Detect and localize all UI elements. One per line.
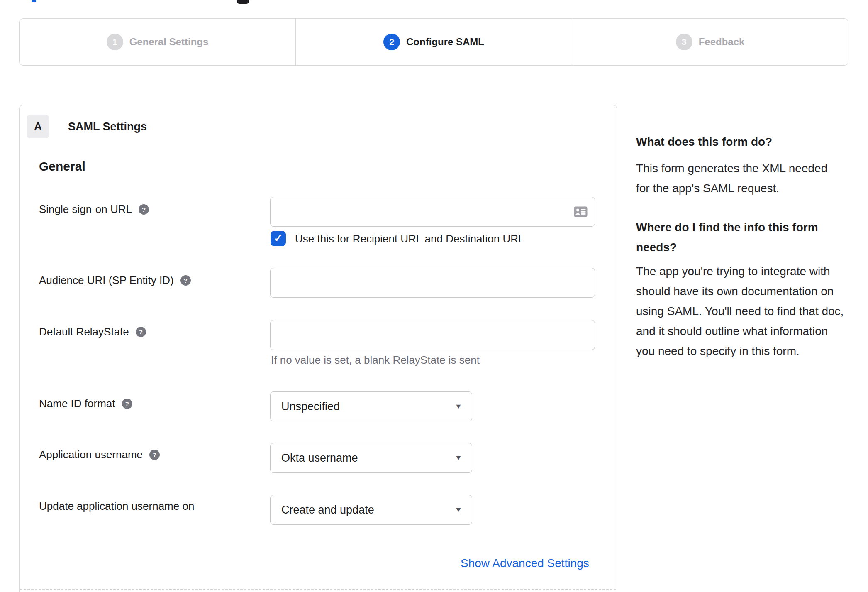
app-username-label-row: Application username ? [39,448,160,462]
relay-state-label-row: Default RelayState ? [39,325,146,339]
sso-url-label: Single sign-on URL [39,203,132,216]
chevron-down-icon: ▼ [455,454,462,462]
recipient-url-checkbox[interactable]: ✓ [271,231,286,246]
sso-url-input-wrap [270,197,595,227]
sidebar-answer-1: This form generates the XML needed for t… [636,159,839,198]
help-icon[interactable]: ? [136,327,146,337]
sidebar-answer-2: The app you're trying to integrate with … [636,262,850,361]
update-username-label: Update application username on [39,500,194,513]
select-value: Okta username [281,452,455,465]
sidebar-question-1: What does this form do? [636,132,844,152]
help-icon[interactable]: ? [180,275,191,286]
help-icon[interactable]: ? [149,450,160,460]
step-label: General Settings [129,36,209,48]
contact-card-icon [574,206,588,217]
update-username-select[interactable]: Create and update ▼ [270,495,472,525]
general-section-heading: General [39,159,85,174]
clipped-logo-artifact [237,0,249,4]
configure-saml-page: 1 General Settings 2 Configure SAML 3 Fe… [0,0,868,592]
panel-title: SAML Settings [68,115,147,138]
show-advanced-settings-link[interactable]: Show Advanced Settings [461,557,589,570]
select-value: Create and update [281,504,455,516]
sso-url-label-row: Single sign-on URL ? [39,202,149,216]
relay-state-label: Default RelayState [39,325,129,338]
check-icon: ✓ [273,233,283,244]
section-dashed-divider [20,589,616,590]
select-value: Unspecified [281,400,455,413]
name-id-format-label-row: Name ID format ? [39,396,132,411]
step-feedback[interactable]: 3 Feedback [572,19,848,65]
audience-uri-label: Audience URI (SP Entity ID) [39,274,174,287]
app-username-select[interactable]: Okta username ▼ [270,443,472,473]
audience-uri-input[interactable] [270,268,595,298]
step-configure-saml[interactable]: 2 Configure SAML [295,19,572,65]
update-username-label-row: Update application username on [39,499,194,513]
step-label: Configure SAML [406,36,484,48]
wizard-stepper: 1 General Settings 2 Configure SAML 3 Fe… [19,18,848,66]
step-number-badge: 2 [383,34,400,50]
name-id-format-select[interactable]: Unspecified ▼ [270,391,472,421]
chevron-down-icon: ▼ [455,403,462,410]
help-icon[interactable]: ? [122,399,132,409]
relay-state-hint: If no value is set, a blank RelayState i… [271,354,480,367]
relay-state-input[interactable] [270,320,595,350]
step-number-badge: 3 [676,34,692,50]
section-a-badge: A [27,115,49,138]
step-general-settings[interactable]: 1 General Settings [20,19,295,65]
app-username-label: Application username [39,448,143,461]
audience-uri-label-row: Audience URI (SP Entity ID) ? [39,273,191,287]
name-id-format-label: Name ID format [39,397,115,410]
clipped-header-artifact [32,0,36,2]
recipient-url-checkbox-label: Use this for Recipient URL and Destinati… [295,232,524,245]
step-label: Feedback [699,36,745,48]
sso-url-input[interactable] [270,197,595,227]
step-number-badge: 1 [107,34,123,50]
help-icon[interactable]: ? [139,204,149,215]
chevron-down-icon: ▼ [455,506,462,514]
sidebar-question-2: Where do I find the info this form needs… [636,218,844,257]
